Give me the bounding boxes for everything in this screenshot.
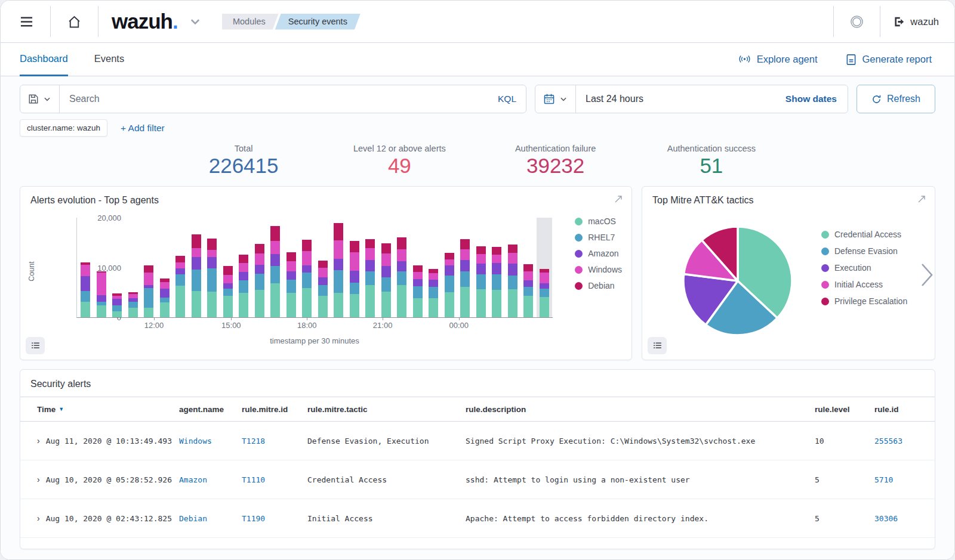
bar-25[interactable] bbox=[475, 218, 488, 317]
bar-segment-macos[interactable] bbox=[302, 288, 312, 317]
bar-22[interactable] bbox=[427, 218, 440, 317]
bar-segment-windows[interactable] bbox=[381, 253, 391, 266]
bar-segment-rhel7[interactable] bbox=[255, 274, 264, 290]
legend-item-credential-access[interactable]: Credential Access bbox=[821, 230, 907, 239]
bar-segment-windows[interactable] bbox=[318, 268, 328, 278]
health-status-icon[interactable] bbox=[847, 12, 867, 32]
bar-segment-macos[interactable] bbox=[255, 290, 264, 317]
bar-segment-windows[interactable] bbox=[365, 248, 375, 260]
bar-segment-macos[interactable] bbox=[97, 305, 106, 317]
bar-segment-amazon[interactable] bbox=[223, 283, 233, 288]
bar-segment-windows[interactable] bbox=[160, 282, 170, 289]
column-header-rule-id[interactable]: rule.id bbox=[874, 405, 925, 414]
bar-segment-debian[interactable] bbox=[318, 261, 328, 268]
expand-row-icon[interactable]: › bbox=[37, 475, 40, 484]
bar-segment-rhel7[interactable] bbox=[334, 270, 343, 293]
column-header-rule-description[interactable]: rule.description bbox=[466, 405, 815, 414]
bar-segment-amazon[interactable] bbox=[365, 260, 375, 271]
bar-segment-windows[interactable] bbox=[192, 248, 201, 257]
bar-segment-windows[interactable] bbox=[508, 253, 517, 264]
bar-segment-amazon[interactable] bbox=[508, 264, 517, 276]
bar-segment-macos[interactable] bbox=[81, 302, 90, 318]
bar-2[interactable] bbox=[111, 218, 124, 317]
bar-segment-amazon[interactable] bbox=[492, 263, 501, 274]
bar-segment-macos[interactable] bbox=[523, 296, 533, 318]
bar-segment-debian[interactable] bbox=[239, 255, 248, 263]
bar-segment-amazon[interactable] bbox=[460, 260, 470, 271]
bar-segment-amazon[interactable] bbox=[207, 257, 217, 268]
bar-segment-debian[interactable] bbox=[350, 241, 359, 252]
bar-segment-amazon[interactable] bbox=[523, 280, 533, 287]
bar-segment-macos[interactable] bbox=[334, 293, 343, 318]
bar-28[interactable] bbox=[522, 218, 535, 317]
bar-segment-windows[interactable] bbox=[144, 273, 153, 285]
bar-segment-amazon[interactable] bbox=[381, 266, 391, 277]
bar-segment-rhel7[interactable] bbox=[381, 277, 391, 292]
bar-segment-rhel7[interactable] bbox=[160, 298, 170, 302]
bar-4[interactable] bbox=[143, 218, 155, 317]
bar-segment-macos[interactable] bbox=[192, 291, 201, 317]
tab-events[interactable]: Events bbox=[94, 43, 124, 76]
bar-segment-amazon[interactable] bbox=[270, 254, 280, 266]
bar-18[interactable] bbox=[364, 218, 377, 317]
bar-23[interactable] bbox=[443, 218, 456, 317]
chevron-down-icon[interactable] bbox=[189, 15, 202, 28]
bar-segment-rhel7[interactable] bbox=[128, 302, 138, 308]
legend-item-initial-access[interactable]: Initial Access bbox=[821, 280, 907, 289]
bar-24[interactable] bbox=[459, 218, 472, 317]
column-header-time[interactable]: Time▼ bbox=[30, 405, 179, 414]
bar-segment-amazon[interactable] bbox=[112, 299, 122, 305]
table-row[interactable]: ›Aug 10, 2020 @ 02:43:12.825DebianT1190I… bbox=[20, 499, 935, 538]
legend-item-debian[interactable]: Debian bbox=[575, 281, 622, 290]
bar-segment-macos[interactable] bbox=[381, 292, 391, 317]
legend-item-defense-evasion[interactable]: Defense Evasion bbox=[821, 246, 907, 256]
cell-mitre_id[interactable]: T1190 bbox=[242, 514, 307, 523]
refresh-button[interactable]: Refresh bbox=[857, 85, 935, 113]
bar-segment-amazon[interactable] bbox=[350, 271, 359, 283]
bar-segment-amazon[interactable] bbox=[334, 259, 343, 270]
home-icon[interactable] bbox=[64, 11, 85, 32]
bar-17[interactable] bbox=[349, 218, 361, 317]
bar-segment-amazon[interactable] bbox=[413, 279, 423, 286]
bar-segment-macos[interactable] bbox=[318, 296, 328, 318]
bar-segment-macos[interactable] bbox=[175, 286, 185, 317]
bar-12[interactable] bbox=[269, 218, 282, 317]
bar-segment-rhel7[interactable] bbox=[175, 274, 185, 286]
explore-agent-button[interactable]: Explore agent bbox=[734, 52, 821, 67]
bar-segment-macos[interactable] bbox=[207, 292, 217, 317]
bar-segment-amazon[interactable] bbox=[397, 261, 406, 272]
bar-segment-macos[interactable] bbox=[270, 283, 280, 317]
add-filter-button[interactable]: + Add filter bbox=[117, 122, 168, 134]
bar-segment-debian[interactable] bbox=[429, 269, 438, 273]
bar-20[interactable] bbox=[396, 218, 408, 317]
bar-segment-rhel7[interactable] bbox=[445, 276, 454, 292]
bar-segment-rhel7[interactable] bbox=[476, 274, 486, 289]
bar-segment-debian[interactable] bbox=[207, 239, 217, 249]
bar-segment-windows[interactable] bbox=[239, 263, 248, 272]
bar-segment-debian[interactable] bbox=[223, 266, 233, 275]
bar-segment-windows[interactable] bbox=[334, 240, 343, 259]
bar-segment-macos[interactable] bbox=[144, 308, 153, 318]
bar-segment-amazon[interactable] bbox=[286, 271, 296, 279]
bar-segment-macos[interactable] bbox=[508, 289, 517, 317]
bar-segment-windows[interactable] bbox=[413, 272, 423, 279]
bar-segment-rhel7[interactable] bbox=[350, 283, 359, 294]
bar-segment-rhel7[interactable] bbox=[429, 287, 438, 298]
inspect-icon[interactable] bbox=[26, 337, 45, 354]
bar-segment-amazon[interactable] bbox=[540, 283, 549, 288]
bar-segment-rhel7[interactable] bbox=[144, 288, 153, 308]
legend-item-execution[interactable]: Execution bbox=[821, 263, 907, 273]
bar-segment-windows[interactable] bbox=[270, 241, 280, 255]
bar-segment-windows[interactable] bbox=[207, 250, 217, 258]
bar-19[interactable] bbox=[380, 218, 393, 317]
bar-segment-rhel7[interactable] bbox=[413, 286, 423, 298]
bar-segment-rhel7[interactable] bbox=[318, 285, 328, 296]
bar-segment-macos[interactable] bbox=[445, 292, 454, 318]
cell-agent[interactable]: Windows bbox=[179, 437, 242, 445]
bar-segment-macos[interactable] bbox=[350, 294, 359, 317]
table-row[interactable]: ›Aug 10, 2020 @ 05:28:52.926AmazonT1110C… bbox=[20, 460, 935, 499]
bar-segment-macos[interactable] bbox=[128, 308, 138, 317]
bar-5[interactable] bbox=[159, 218, 171, 317]
bar-10[interactable] bbox=[238, 218, 250, 317]
bar-segment-rhel7[interactable] bbox=[540, 289, 549, 297]
